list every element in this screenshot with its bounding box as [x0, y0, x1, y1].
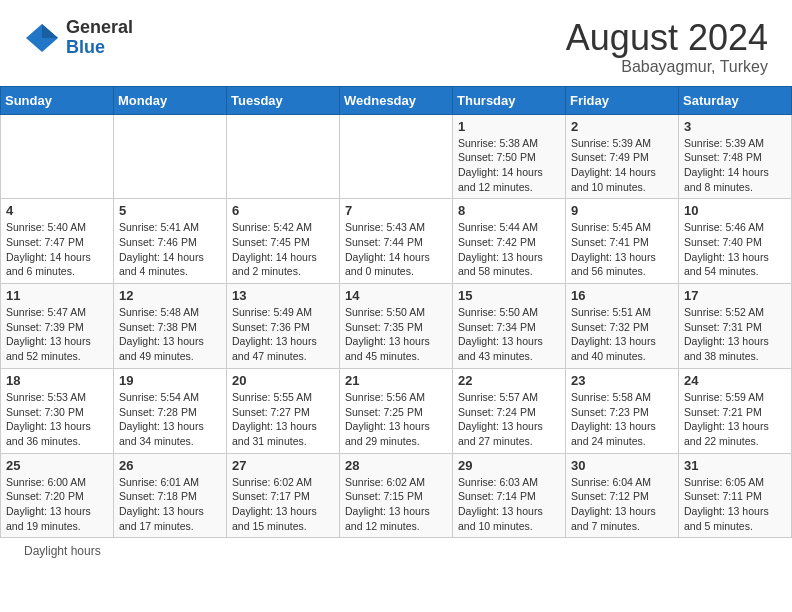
- calendar-day-cell: 1Sunrise: 5:38 AM Sunset: 7:50 PM Daylig…: [453, 114, 566, 199]
- calendar-day-cell: 15Sunrise: 5:50 AM Sunset: 7:34 PM Dayli…: [453, 284, 566, 369]
- day-number: 30: [571, 458, 673, 473]
- calendar-day-cell: 18Sunrise: 5:53 AM Sunset: 7:30 PM Dayli…: [1, 368, 114, 453]
- day-info: Sunrise: 5:47 AM Sunset: 7:39 PM Dayligh…: [6, 305, 108, 364]
- calendar-day-cell: 28Sunrise: 6:02 AM Sunset: 7:15 PM Dayli…: [340, 453, 453, 538]
- calendar-day-cell: 29Sunrise: 6:03 AM Sunset: 7:14 PM Dayli…: [453, 453, 566, 538]
- day-info: Sunrise: 6:03 AM Sunset: 7:14 PM Dayligh…: [458, 475, 560, 534]
- calendar-day-cell: 13Sunrise: 5:49 AM Sunset: 7:36 PM Dayli…: [227, 284, 340, 369]
- calendar-week-row: 25Sunrise: 6:00 AM Sunset: 7:20 PM Dayli…: [1, 453, 792, 538]
- calendar-day-cell: 7Sunrise: 5:43 AM Sunset: 7:44 PM Daylig…: [340, 199, 453, 284]
- day-number: 26: [119, 458, 221, 473]
- day-number: 9: [571, 203, 673, 218]
- day-number: 16: [571, 288, 673, 303]
- calendar-day-cell: 27Sunrise: 6:02 AM Sunset: 7:17 PM Dayli…: [227, 453, 340, 538]
- day-info: Sunrise: 5:45 AM Sunset: 7:41 PM Dayligh…: [571, 220, 673, 279]
- day-number: 8: [458, 203, 560, 218]
- daylight-label: Daylight hours: [24, 544, 101, 558]
- day-number: 31: [684, 458, 786, 473]
- day-info: Sunrise: 5:43 AM Sunset: 7:44 PM Dayligh…: [345, 220, 447, 279]
- day-info: Sunrise: 5:50 AM Sunset: 7:35 PM Dayligh…: [345, 305, 447, 364]
- calendar-day-cell: 4Sunrise: 5:40 AM Sunset: 7:47 PM Daylig…: [1, 199, 114, 284]
- logo: General Blue: [24, 18, 133, 58]
- calendar-day-cell: 9Sunrise: 5:45 AM Sunset: 7:41 PM Daylig…: [566, 199, 679, 284]
- day-of-week-header: Friday: [566, 86, 679, 114]
- calendar-day-cell: 10Sunrise: 5:46 AM Sunset: 7:40 PM Dayli…: [679, 199, 792, 284]
- day-info: Sunrise: 5:48 AM Sunset: 7:38 PM Dayligh…: [119, 305, 221, 364]
- calendar-week-row: 1Sunrise: 5:38 AM Sunset: 7:50 PM Daylig…: [1, 114, 792, 199]
- calendar-day-cell: 20Sunrise: 5:55 AM Sunset: 7:27 PM Dayli…: [227, 368, 340, 453]
- calendar-day-cell: 14Sunrise: 5:50 AM Sunset: 7:35 PM Dayli…: [340, 284, 453, 369]
- svg-marker-1: [42, 24, 58, 38]
- calendar-day-cell: 2Sunrise: 5:39 AM Sunset: 7:49 PM Daylig…: [566, 114, 679, 199]
- day-info: Sunrise: 5:41 AM Sunset: 7:46 PM Dayligh…: [119, 220, 221, 279]
- calendar-day-cell: 8Sunrise: 5:44 AM Sunset: 7:42 PM Daylig…: [453, 199, 566, 284]
- calendar-day-cell: 6Sunrise: 5:42 AM Sunset: 7:45 PM Daylig…: [227, 199, 340, 284]
- logo-blue: Blue: [66, 38, 133, 58]
- day-of-week-header: Wednesday: [340, 86, 453, 114]
- calendar-week-row: 18Sunrise: 5:53 AM Sunset: 7:30 PM Dayli…: [1, 368, 792, 453]
- day-number: 25: [6, 458, 108, 473]
- day-info: Sunrise: 6:05 AM Sunset: 7:11 PM Dayligh…: [684, 475, 786, 534]
- day-number: 13: [232, 288, 334, 303]
- calendar-day-cell: 11Sunrise: 5:47 AM Sunset: 7:39 PM Dayli…: [1, 284, 114, 369]
- calendar-day-cell: 26Sunrise: 6:01 AM Sunset: 7:18 PM Dayli…: [114, 453, 227, 538]
- day-of-week-header: Saturday: [679, 86, 792, 114]
- day-info: Sunrise: 6:02 AM Sunset: 7:17 PM Dayligh…: [232, 475, 334, 534]
- day-number: 2: [571, 119, 673, 134]
- calendar-day-cell: [340, 114, 453, 199]
- day-info: Sunrise: 5:39 AM Sunset: 7:48 PM Dayligh…: [684, 136, 786, 195]
- calendar-day-cell: 25Sunrise: 6:00 AM Sunset: 7:20 PM Dayli…: [1, 453, 114, 538]
- day-info: Sunrise: 5:56 AM Sunset: 7:25 PM Dayligh…: [345, 390, 447, 449]
- day-number: 20: [232, 373, 334, 388]
- calendar-day-cell: 24Sunrise: 5:59 AM Sunset: 7:21 PM Dayli…: [679, 368, 792, 453]
- day-number: 10: [684, 203, 786, 218]
- day-info: Sunrise: 5:40 AM Sunset: 7:47 PM Dayligh…: [6, 220, 108, 279]
- month-title: August 2024: [566, 18, 768, 58]
- footer: Daylight hours: [0, 538, 792, 564]
- calendar-day-cell: 16Sunrise: 5:51 AM Sunset: 7:32 PM Dayli…: [566, 284, 679, 369]
- day-info: Sunrise: 5:38 AM Sunset: 7:50 PM Dayligh…: [458, 136, 560, 195]
- day-info: Sunrise: 5:54 AM Sunset: 7:28 PM Dayligh…: [119, 390, 221, 449]
- day-number: 27: [232, 458, 334, 473]
- location-subtitle: Babayagmur, Turkey: [566, 58, 768, 76]
- day-info: Sunrise: 5:44 AM Sunset: 7:42 PM Dayligh…: [458, 220, 560, 279]
- day-number: 7: [345, 203, 447, 218]
- day-number: 22: [458, 373, 560, 388]
- calendar-day-cell: 5Sunrise: 5:41 AM Sunset: 7:46 PM Daylig…: [114, 199, 227, 284]
- day-info: Sunrise: 5:51 AM Sunset: 7:32 PM Dayligh…: [571, 305, 673, 364]
- calendar-header-row: SundayMondayTuesdayWednesdayThursdayFrid…: [1, 86, 792, 114]
- day-number: 24: [684, 373, 786, 388]
- calendar-day-cell: [114, 114, 227, 199]
- day-info: Sunrise: 5:46 AM Sunset: 7:40 PM Dayligh…: [684, 220, 786, 279]
- logo-icon: [24, 20, 60, 56]
- day-number: 4: [6, 203, 108, 218]
- day-info: Sunrise: 5:53 AM Sunset: 7:30 PM Dayligh…: [6, 390, 108, 449]
- day-info: Sunrise: 6:02 AM Sunset: 7:15 PM Dayligh…: [345, 475, 447, 534]
- day-number: 14: [345, 288, 447, 303]
- day-info: Sunrise: 6:04 AM Sunset: 7:12 PM Dayligh…: [571, 475, 673, 534]
- calendar-day-cell: 23Sunrise: 5:58 AM Sunset: 7:23 PM Dayli…: [566, 368, 679, 453]
- calendar-week-row: 11Sunrise: 5:47 AM Sunset: 7:39 PM Dayli…: [1, 284, 792, 369]
- day-number: 1: [458, 119, 560, 134]
- day-number: 15: [458, 288, 560, 303]
- day-info: Sunrise: 5:50 AM Sunset: 7:34 PM Dayligh…: [458, 305, 560, 364]
- calendar-day-cell: 30Sunrise: 6:04 AM Sunset: 7:12 PM Dayli…: [566, 453, 679, 538]
- day-info: Sunrise: 5:42 AM Sunset: 7:45 PM Dayligh…: [232, 220, 334, 279]
- title-block: August 2024 Babayagmur, Turkey: [566, 18, 768, 76]
- day-of-week-header: Tuesday: [227, 86, 340, 114]
- calendar-day-cell: 3Sunrise: 5:39 AM Sunset: 7:48 PM Daylig…: [679, 114, 792, 199]
- day-number: 17: [684, 288, 786, 303]
- day-of-week-header: Monday: [114, 86, 227, 114]
- calendar-day-cell: 21Sunrise: 5:56 AM Sunset: 7:25 PM Dayli…: [340, 368, 453, 453]
- calendar-day-cell: [1, 114, 114, 199]
- calendar-week-row: 4Sunrise: 5:40 AM Sunset: 7:47 PM Daylig…: [1, 199, 792, 284]
- day-info: Sunrise: 5:39 AM Sunset: 7:49 PM Dayligh…: [571, 136, 673, 195]
- logo-general: General: [66, 18, 133, 38]
- day-info: Sunrise: 5:58 AM Sunset: 7:23 PM Dayligh…: [571, 390, 673, 449]
- day-number: 18: [6, 373, 108, 388]
- logo-text: General Blue: [66, 18, 133, 58]
- day-number: 19: [119, 373, 221, 388]
- day-of-week-header: Thursday: [453, 86, 566, 114]
- day-info: Sunrise: 5:52 AM Sunset: 7:31 PM Dayligh…: [684, 305, 786, 364]
- day-of-week-header: Sunday: [1, 86, 114, 114]
